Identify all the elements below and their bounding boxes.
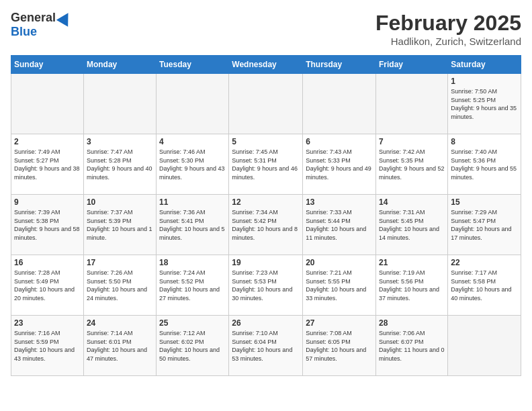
day-info: Sunrise: 7:17 AM Sunset: 5:58 PM Dayligh… <box>451 269 518 302</box>
day-number: 20 <box>306 258 373 267</box>
day-info: Sunrise: 7:40 AM Sunset: 5:36 PM Dayligh… <box>451 148 518 181</box>
logo: General Blue <box>11 11 72 39</box>
day-number: 12 <box>232 197 300 207</box>
day-number: 8 <box>451 137 518 146</box>
day-number: 28 <box>379 318 445 328</box>
header-monday: Monday <box>83 56 156 74</box>
day-info: Sunrise: 7:10 AM Sunset: 6:04 PM Dayligh… <box>232 329 300 363</box>
calendar-cell: 1Sunrise: 7:50 AM Sunset: 5:25 PM Daylig… <box>448 74 521 134</box>
calendar-cell: 27Sunrise: 7:08 AM Sunset: 6:05 PM Dayli… <box>303 316 376 376</box>
day-info: Sunrise: 7:31 AM Sunset: 5:45 PM Dayligh… <box>379 208 445 242</box>
day-info: Sunrise: 7:21 AM Sunset: 5:55 PM Dayligh… <box>306 269 373 302</box>
header-friday: Friday <box>376 56 448 74</box>
calendar-cell: 15Sunrise: 7:29 AM Sunset: 5:47 PM Dayli… <box>448 195 521 255</box>
day-info: Sunrise: 7:12 AM Sunset: 6:02 PM Dayligh… <box>159 329 226 363</box>
day-number: 25 <box>159 318 226 328</box>
day-number: 23 <box>14 318 81 328</box>
calendar-cell <box>376 74 448 134</box>
day-number: 15 <box>451 197 518 207</box>
calendar-cell: 17Sunrise: 7:26 AM Sunset: 5:50 PM Dayli… <box>83 255 156 316</box>
calendar-cell: 10Sunrise: 7:37 AM Sunset: 5:39 PM Dayli… <box>83 195 156 255</box>
calendar-title: February 2025 <box>375 11 521 36</box>
day-info: Sunrise: 7:50 AM Sunset: 5:25 PM Dayligh… <box>451 87 518 121</box>
day-info: Sunrise: 7:28 AM Sunset: 5:49 PM Dayligh… <box>14 269 81 302</box>
calendar-cell: 16Sunrise: 7:28 AM Sunset: 5:49 PM Dayli… <box>11 255 84 316</box>
calendar-cell: 8Sunrise: 7:40 AM Sunset: 5:36 PM Daylig… <box>448 134 521 195</box>
calendar-cell <box>303 74 376 134</box>
day-number: 5 <box>232 137 300 146</box>
header-sunday: Sunday <box>11 56 84 74</box>
day-info: Sunrise: 7:39 AM Sunset: 5:38 PM Dayligh… <box>14 208 81 242</box>
day-info: Sunrise: 7:06 AM Sunset: 6:07 PM Dayligh… <box>379 329 445 363</box>
day-number: 27 <box>306 318 373 328</box>
day-number: 7 <box>379 137 445 146</box>
calendar-cell: 2Sunrise: 7:49 AM Sunset: 5:27 PM Daylig… <box>11 134 84 195</box>
day-number: 4 <box>159 137 226 146</box>
calendar-cell: 4Sunrise: 7:46 AM Sunset: 5:30 PM Daylig… <box>157 134 229 195</box>
calendar-cell <box>11 74 84 134</box>
day-info: Sunrise: 7:33 AM Sunset: 5:44 PM Dayligh… <box>306 208 373 242</box>
calendar-cell: 20Sunrise: 7:21 AM Sunset: 5:55 PM Dayli… <box>303 255 376 316</box>
day-number: 17 <box>87 258 153 267</box>
day-info: Sunrise: 7:36 AM Sunset: 5:41 PM Dayligh… <box>159 208 226 242</box>
day-number: 13 <box>306 197 373 207</box>
header-tuesday: Tuesday <box>157 56 229 74</box>
day-number: 11 <box>159 197 226 207</box>
calendar-cell <box>448 316 521 376</box>
day-info: Sunrise: 7:47 AM Sunset: 5:28 PM Dayligh… <box>87 148 153 181</box>
calendar-cell: 11Sunrise: 7:36 AM Sunset: 5:41 PM Dayli… <box>157 195 229 255</box>
calendar-cell: 23Sunrise: 7:16 AM Sunset: 5:59 PM Dayli… <box>11 316 84 376</box>
week-row-4: 23Sunrise: 7:16 AM Sunset: 5:59 PM Dayli… <box>11 316 521 376</box>
logo-general: General <box>11 11 56 25</box>
day-number: 1 <box>451 77 518 86</box>
day-number: 14 <box>379 197 445 207</box>
day-info: Sunrise: 7:08 AM Sunset: 6:05 PM Dayligh… <box>306 329 373 363</box>
day-info: Sunrise: 7:19 AM Sunset: 5:56 PM Dayligh… <box>379 269 445 302</box>
logo-triangle-icon <box>56 9 74 27</box>
calendar-cell: 21Sunrise: 7:19 AM Sunset: 5:56 PM Dayli… <box>376 255 448 316</box>
day-number: 3 <box>87 137 153 146</box>
header-thursday: Thursday <box>303 56 376 74</box>
calendar-cell: 12Sunrise: 7:34 AM Sunset: 5:42 PM Dayli… <box>229 195 303 255</box>
calendar-cell: 25Sunrise: 7:12 AM Sunset: 6:02 PM Dayli… <box>157 316 229 376</box>
day-number: 16 <box>14 258 81 267</box>
day-info: Sunrise: 7:46 AM Sunset: 5:30 PM Dayligh… <box>159 148 226 181</box>
day-info: Sunrise: 7:43 AM Sunset: 5:33 PM Dayligh… <box>306 148 373 181</box>
calendar-table: SundayMondayTuesdayWednesdayThursdayFrid… <box>11 55 521 376</box>
day-info: Sunrise: 7:49 AM Sunset: 5:27 PM Dayligh… <box>14 148 81 181</box>
header-saturday: Saturday <box>448 56 521 74</box>
day-info: Sunrise: 7:16 AM Sunset: 5:59 PM Dayligh… <box>14 329 81 363</box>
week-row-3: 16Sunrise: 7:28 AM Sunset: 5:49 PM Dayli… <box>11 255 521 316</box>
day-info: Sunrise: 7:29 AM Sunset: 5:47 PM Dayligh… <box>451 208 518 242</box>
calendar-cell: 7Sunrise: 7:42 AM Sunset: 5:35 PM Daylig… <box>376 134 448 195</box>
title-area: February 2025 Hadlikon, Zurich, Switzerl… <box>375 11 521 47</box>
calendar-cell: 9Sunrise: 7:39 AM Sunset: 5:38 PM Daylig… <box>11 195 84 255</box>
calendar-subtitle: Hadlikon, Zurich, Switzerland <box>375 36 521 47</box>
calendar-cell: 19Sunrise: 7:23 AM Sunset: 5:53 PM Dayli… <box>229 255 303 316</box>
calendar-cell: 6Sunrise: 7:43 AM Sunset: 5:33 PM Daylig… <box>303 134 376 195</box>
day-header-row: SundayMondayTuesdayWednesdayThursdayFrid… <box>11 56 521 74</box>
day-number: 2 <box>14 137 81 146</box>
header: General Blue February 2025 Hadlikon, Zur… <box>11 11 521 47</box>
calendar-cell <box>157 74 229 134</box>
week-row-2: 9Sunrise: 7:39 AM Sunset: 5:38 PM Daylig… <box>11 195 521 255</box>
day-info: Sunrise: 7:26 AM Sunset: 5:50 PM Dayligh… <box>87 269 153 302</box>
day-info: Sunrise: 7:14 AM Sunset: 6:01 PM Dayligh… <box>87 329 153 363</box>
calendar-cell <box>83 74 156 134</box>
day-number: 26 <box>232 318 300 328</box>
calendar-cell: 14Sunrise: 7:31 AM Sunset: 5:45 PM Dayli… <box>376 195 448 255</box>
calendar-cell: 18Sunrise: 7:24 AM Sunset: 5:52 PM Dayli… <box>157 255 229 316</box>
day-info: Sunrise: 7:34 AM Sunset: 5:42 PM Dayligh… <box>232 208 300 242</box>
day-info: Sunrise: 7:42 AM Sunset: 5:35 PM Dayligh… <box>379 148 445 181</box>
header-wednesday: Wednesday <box>229 56 303 74</box>
day-info: Sunrise: 7:45 AM Sunset: 5:31 PM Dayligh… <box>232 148 300 181</box>
calendar-cell: 26Sunrise: 7:10 AM Sunset: 6:04 PM Dayli… <box>229 316 303 376</box>
day-number: 22 <box>451 258 518 267</box>
calendar-cell <box>229 74 303 134</box>
week-row-0: 1Sunrise: 7:50 AM Sunset: 5:25 PM Daylig… <box>11 74 521 134</box>
day-number: 21 <box>379 258 445 267</box>
day-info: Sunrise: 7:23 AM Sunset: 5:53 PM Dayligh… <box>232 269 300 302</box>
calendar-cell: 24Sunrise: 7:14 AM Sunset: 6:01 PM Dayli… <box>83 316 156 376</box>
day-number: 19 <box>232 258 300 267</box>
day-number: 9 <box>14 197 81 207</box>
